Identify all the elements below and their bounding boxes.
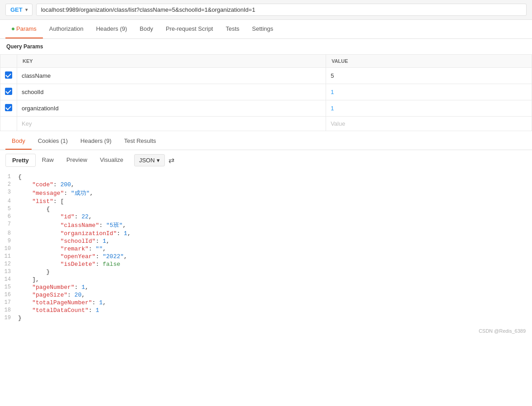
tab-headers[interactable]: Headers (9) <box>90 20 134 38</box>
line-content: "message": "成功", <box>18 189 532 197</box>
token-key: "organizationId" <box>61 230 117 237</box>
token-string: "5班" <box>106 222 122 229</box>
key-col-header: KEY <box>17 55 326 68</box>
empty-key[interactable]: Key <box>17 117 326 131</box>
tab-pre-request[interactable]: Pre-request Script <box>159 20 219 38</box>
checkbox-col-header <box>0 55 17 68</box>
token-comma: , <box>106 238 110 245</box>
line-content: } <box>18 269 532 275</box>
token-indent <box>18 245 61 252</box>
body-tab-headers-resp[interactable]: Headers (9) <box>74 133 118 150</box>
json-line: 12 "isDelete": false <box>0 260 532 268</box>
token-comma: , <box>90 190 93 197</box>
token-indent <box>18 269 46 275</box>
token-indent <box>18 213 61 220</box>
tab-authorization[interactable]: Authorization <box>43 20 90 38</box>
token-colon: : <box>96 253 103 260</box>
line-content: "isDelete": false <box>18 261 532 268</box>
method-chevron: ▾ <box>25 7 28 12</box>
empty-value[interactable]: Value <box>326 117 532 131</box>
watermark: CSDN @Redis_6389 <box>0 325 532 335</box>
token-comma: , <box>127 230 131 237</box>
token-key: "schoolId" <box>61 238 96 245</box>
json-line: 6 "id": 22, <box>0 213 532 221</box>
body-tab-cookies[interactable]: Cookies (1) <box>32 133 74 150</box>
line-number: 16 <box>0 292 18 298</box>
line-number: 13 <box>0 269 18 275</box>
line-number: 4 <box>0 198 18 204</box>
view-tab-visualize[interactable]: Visualize <box>93 154 130 167</box>
token-indent <box>18 190 32 197</box>
tab-tests[interactable]: Tests <box>219 20 246 38</box>
format-selector[interactable]: JSON ▾ <box>134 154 165 166</box>
param-checkbox-1[interactable] <box>5 88 12 95</box>
token-key: "message" <box>32 190 64 197</box>
token-indent <box>18 206 46 212</box>
token-colon: : <box>99 222 106 229</box>
param-value-2[interactable]: 1 <box>326 100 532 117</box>
token-colon: : <box>67 292 75 298</box>
url-input[interactable] <box>36 4 527 16</box>
param-key-1[interactable]: schoolId <box>17 84 326 100</box>
param-checkbox-0[interactable] <box>5 71 12 79</box>
view-tab-preview[interactable]: Preview <box>60 154 93 167</box>
tab-params[interactable]: Params <box>5 20 43 38</box>
json-line: 7 "className": "5班", <box>0 221 532 230</box>
token-indent <box>18 181 32 188</box>
json-line: 15 "pageNumber": 1, <box>0 283 532 291</box>
token-colon: : <box>53 198 61 205</box>
param-value-0[interactable]: 5 <box>326 68 532 84</box>
param-checkbox-2[interactable] <box>5 104 12 111</box>
line-number: 15 <box>0 284 18 290</box>
table-row: className5 <box>0 68 532 84</box>
param-key-0[interactable]: className <box>17 68 326 84</box>
tab-label: Params <box>16 25 37 32</box>
param-key-2[interactable]: organizationId <box>17 100 326 117</box>
query-params-section-header: Query Params <box>0 39 532 54</box>
token-bracket: } <box>46 269 50 275</box>
token-bracket: [ <box>61 198 64 205</box>
line-number: 14 <box>0 276 18 283</box>
value-col-header: VALUE <box>326 55 532 68</box>
json-viewer: 1{2 "code": 200,3 "message": "成功",4 "lis… <box>0 170 532 325</box>
token-key: "pageNumber" <box>32 284 75 291</box>
json-line: 16 "pageSize": 20, <box>0 291 532 299</box>
line-number: 17 <box>0 299 18 306</box>
token-number: 22 <box>81 213 89 220</box>
token-indent <box>18 222 61 229</box>
method-label: GET <box>10 6 23 13</box>
token-number: 1 <box>124 230 127 237</box>
line-number: 7 <box>0 221 18 227</box>
line-number: 9 <box>0 238 18 244</box>
view-tab-pretty[interactable]: Pretty <box>5 154 36 167</box>
wrap-icon[interactable]: ⇄ <box>168 156 174 165</box>
line-content: "openYear": "2022", <box>18 253 532 260</box>
body-tab-body-tab[interactable]: Body <box>5 133 32 150</box>
token-string: "" <box>96 245 103 252</box>
token-comma: , <box>89 213 92 220</box>
line-number: 5 <box>0 206 18 212</box>
tab-label: Pre-request Script <box>166 25 213 32</box>
tab-settings[interactable]: Settings <box>246 20 280 38</box>
json-line: 5 { <box>0 205 532 213</box>
line-number: 8 <box>0 230 18 236</box>
tab-body[interactable]: Body <box>133 20 159 38</box>
token-indent <box>18 284 32 291</box>
body-tabs: BodyCookies (1)Headers (9)Test Results <box>0 133 532 150</box>
line-content: "totalDataCount": 1 <box>18 307 532 314</box>
param-value-1[interactable]: 1 <box>326 84 532 100</box>
method-selector[interactable]: GET ▾ <box>5 4 33 16</box>
token-indent <box>18 276 32 283</box>
token-indent <box>18 292 32 298</box>
body-tab-test-results[interactable]: Test Results <box>118 133 163 150</box>
token-number: 200 <box>61 181 71 188</box>
token-colon: : <box>89 307 96 314</box>
line-content: "list": [ <box>18 198 532 205</box>
token-key: "list" <box>32 198 53 205</box>
view-tab-raw[interactable]: Raw <box>36 154 60 167</box>
token-number: 20 <box>75 292 82 298</box>
token-key: "openYear" <box>61 253 96 260</box>
tab-label: Settings <box>252 25 273 32</box>
format-label: JSON <box>139 157 155 164</box>
line-content: "totalPageNumber": 1, <box>18 299 532 306</box>
